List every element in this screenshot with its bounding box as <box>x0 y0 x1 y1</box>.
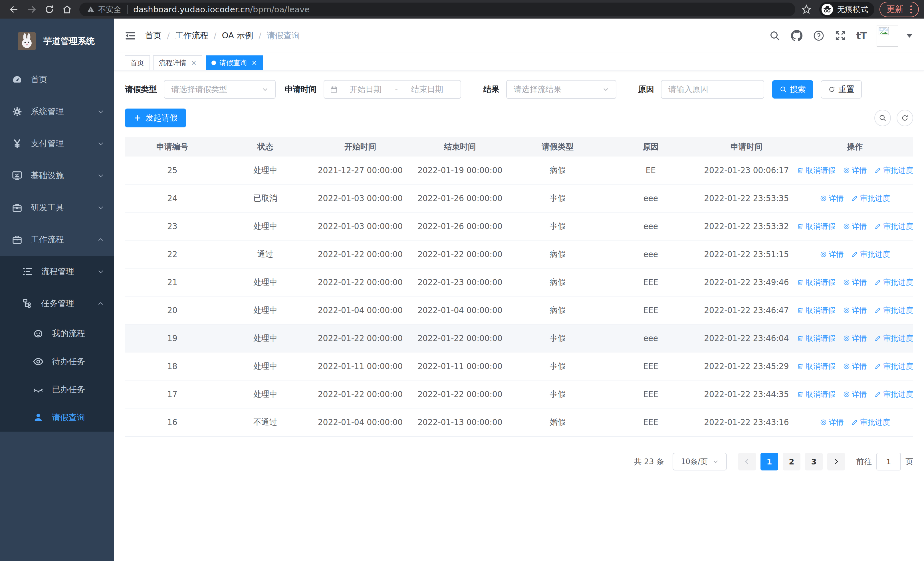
progress-action-link[interactable]: 审批进度 <box>874 221 913 232</box>
search-form: 请假类型 请选择请假类型 申请时间 开始日期 - 结束日期 结果 <box>125 80 913 99</box>
table-refresh-icon[interactable] <box>897 110 913 126</box>
progress-action-link[interactable]: 审批进度 <box>874 390 913 399</box>
detail-action-link[interactable]: 详情 <box>843 221 867 232</box>
bookmark-star-icon[interactable] <box>801 4 812 15</box>
progress-action-link[interactable]: 审批进度 <box>874 333 913 343</box>
pagination-page-3[interactable]: 3 <box>805 453 823 471</box>
progress-action-link[interactable]: 审批进度 <box>851 193 890 203</box>
progress-action-link[interactable]: 审批进度 <box>874 165 913 175</box>
cancel-action-link[interactable]: 取消请假 <box>797 277 836 287</box>
browser-home-icon[interactable] <box>58 2 76 17</box>
detail-action-link[interactable]: 详情 <box>843 390 867 399</box>
avatar-dropdown-caret-icon[interactable] <box>906 34 913 38</box>
action-links: 详情审批进度 <box>796 193 913 203</box>
reason-input[interactable] <box>668 85 757 94</box>
progress-action-link[interactable]: 审批进度 <box>851 250 890 259</box>
search-icon[interactable] <box>769 30 780 41</box>
edit-icon <box>851 419 858 426</box>
pagination-goto-input[interactable] <box>876 453 901 471</box>
progress-action-link[interactable]: 审批进度 <box>874 361 913 371</box>
cancel-action-link[interactable]: 取消请假 <box>797 165 836 175</box>
sidebar-item-dev-tools[interactable]: 研发工具 <box>0 192 114 224</box>
user-icon <box>32 412 45 423</box>
progress-action-link[interactable]: 审批进度 <box>874 305 913 315</box>
tab-home[interactable]: 首页 <box>125 56 150 70</box>
progress-action-link[interactable]: 审批进度 <box>851 417 890 427</box>
tab-process-detail[interactable]: 流程详情× <box>153 56 202 70</box>
action-label: 详情 <box>829 417 844 427</box>
leave-type-cell: 病假 <box>510 305 605 316</box>
status-cell: 处理中 <box>219 305 311 316</box>
detail-action-link[interactable]: 详情 <box>843 361 867 371</box>
sidebar-item-home[interactable]: 首页 <box>0 64 114 96</box>
cancel-action-link[interactable]: 取消请假 <box>797 390 836 399</box>
sidebar-item-process-management[interactable]: 流程管理 <box>0 256 114 288</box>
sidebar-toggle-icon[interactable] <box>124 30 136 42</box>
avatar[interactable] <box>877 25 898 47</box>
fullscreen-icon[interactable] <box>835 30 846 41</box>
cancel-action-link[interactable]: 取消请假 <box>797 333 836 343</box>
pagination-next-button[interactable] <box>827 453 845 471</box>
breadcrumb-item[interactable]: 首页 <box>145 30 162 41</box>
reset-button[interactable]: 重置 <box>821 80 862 99</box>
end-time-cell: 2022-01-04 00:00:00 <box>410 305 510 315</box>
security-label[interactable]: 不安全 <box>98 4 121 15</box>
github-icon[interactable] <box>791 30 803 42</box>
apply-time-range-picker[interactable]: 开始日期 - 结束日期 <box>324 80 461 99</box>
url-domain[interactable]: dashboard.yudao.iocoder.cn <box>133 5 250 14</box>
sidebar-item-infrastructure[interactable]: 基础设施 <box>0 160 114 192</box>
detail-action-link[interactable]: 详情 <box>820 250 844 259</box>
cancel-action-link[interactable]: 取消请假 <box>797 361 836 371</box>
detail-action-link[interactable]: 详情 <box>843 305 867 315</box>
help-icon[interactable] <box>813 30 824 41</box>
font-size-icon[interactable]: tT <box>856 30 866 41</box>
detail-action-link[interactable]: 详情 <box>843 333 867 343</box>
action-label: 详情 <box>852 361 867 371</box>
address-bar[interactable]: 不安全 dashboard.yudao.iocoder.cn/bpm/oa/le… <box>80 3 795 16</box>
tab-close-icon[interactable]: × <box>251 59 257 67</box>
tab-close-icon[interactable]: × <box>191 59 196 67</box>
cancel-action-link[interactable]: 取消请假 <box>797 305 836 315</box>
browser-forward-icon[interactable] <box>23 2 40 17</box>
browser-update-button[interactable]: 更新 <box>879 2 919 17</box>
detail-action-link[interactable]: 详情 <box>820 193 844 203</box>
progress-action-link[interactable]: 审批进度 <box>874 277 913 287</box>
sidebar-item-leave-query[interactable]: 请假查询 <box>0 404 114 432</box>
result-select[interactable]: 请选择流结果 <box>506 80 616 99</box>
search-button[interactable]: 搜索 <box>772 80 813 99</box>
sidebar-item-my-process[interactable]: 我的流程 <box>0 320 114 347</box>
detail-action-link[interactable]: 详情 <box>843 277 867 287</box>
sidebar-item-done-tasks[interactable]: 已办任务 <box>0 376 114 404</box>
browser-reload-icon[interactable] <box>40 2 58 17</box>
cancel-action-link[interactable]: 取消请假 <box>797 221 836 232</box>
sidebar-item-system-management[interactable]: 系统管理 <box>0 96 114 128</box>
sidebar-logo-row[interactable]: 芋道管理系统 <box>0 18 114 64</box>
sidebar-item-payment-management[interactable]: 支付管理 <box>0 128 114 160</box>
browser-menu-icon[interactable] <box>909 5 914 14</box>
action-label: 取消请假 <box>806 221 836 232</box>
detail-action-link[interactable]: 详情 <box>843 165 867 175</box>
sidebar-item-todo-tasks[interactable]: 待办任务 <box>0 347 114 376</box>
breadcrumb-item[interactable]: 工作流程 <box>175 30 208 41</box>
sidebar-item-workflow[interactable]: 工作流程 <box>0 224 114 256</box>
page-size-select[interactable]: 10条/页 <box>673 453 727 471</box>
detail-action-link[interactable]: 详情 <box>820 417 844 427</box>
pagination-page-1[interactable]: 1 <box>760 453 778 471</box>
url-divider <box>127 5 128 14</box>
sidebar-item-task-management[interactable]: 任务管理 <box>0 288 114 320</box>
url-path[interactable]: /bpm/oa/leave <box>250 5 310 14</box>
browser-back-icon[interactable] <box>5 2 23 17</box>
trash-icon <box>797 167 804 174</box>
sidebar-item-label: 工作流程 <box>31 234 64 245</box>
pagination-page-2[interactable]: 2 <box>783 453 801 471</box>
breadcrumb-item[interactable]: OA 示例 <box>222 30 253 41</box>
leave-type-select[interactable]: 请选择请假类型 <box>164 80 276 99</box>
breadcrumb-item: 请假查询 <box>267 30 300 41</box>
end-date-placeholder[interactable]: 结束日期 <box>399 84 455 95</box>
table-search-toggle-icon[interactable] <box>874 110 891 126</box>
tab-leave-query[interactable]: 请假查询× <box>206 56 263 70</box>
create-leave-button[interactable]: 发起请假 <box>125 108 186 127</box>
pagination-prev-button[interactable] <box>738 453 756 471</box>
start-date-placeholder[interactable]: 开始日期 <box>338 84 393 95</box>
update-label[interactable]: 更新 <box>886 3 903 15</box>
